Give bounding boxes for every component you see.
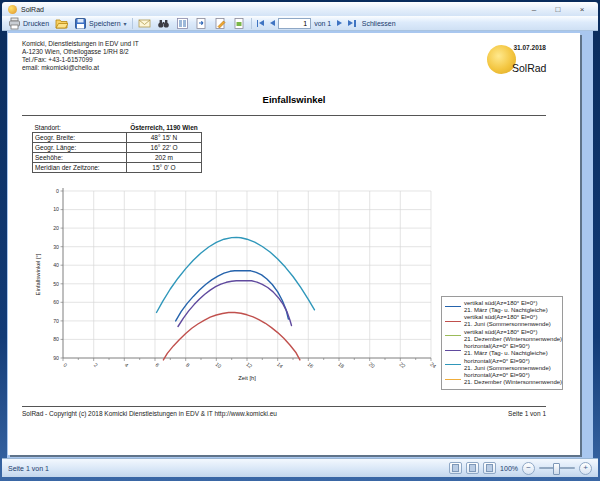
zoom-level: 100% <box>500 465 518 472</box>
report-footer: SolRad - Copyright (c) 2018 Komicki Dien… <box>22 410 546 417</box>
status-page-indicator: Seite 1 von 1 <box>8 465 49 472</box>
svg-text:18: 18 <box>337 361 345 369</box>
previous-page-icon <box>270 20 275 26</box>
minimize-button[interactable]: – <box>524 4 544 15</box>
company-line: email: mkomicki@chello.at <box>22 64 139 72</box>
save-icon <box>74 17 87 30</box>
email-button[interactable] <box>135 17 154 30</box>
view-whole-page-icon[interactable] <box>483 462 496 474</box>
open-button[interactable] <box>52 17 71 30</box>
legend-entry: vertikal süd(Az=180° El=0°)21. März (Tag… <box>445 300 559 314</box>
first-page-button[interactable] <box>254 18 268 29</box>
location-value: Österreich, 1190 Wien <box>127 123 202 133</box>
watermark-page-icon <box>233 17 246 30</box>
chart-legend: vertikal süd(Az=180° El=0°)21. März (Tag… <box>441 296 563 390</box>
title-bar: SolRad – □ × <box>2 2 598 16</box>
svg-text:20: 20 <box>368 361 376 369</box>
svg-text:12: 12 <box>245 361 253 369</box>
report-page: Komicki, Dienstleistungen in EDV und IT … <box>8 33 580 455</box>
zoom-out-button[interactable]: − <box>522 462 535 475</box>
report-title: Einfallswinkel <box>8 94 580 105</box>
print-button[interactable]: Drucken <box>5 17 52 30</box>
app-window: SolRad – □ × Drucken Speichern ▾ <box>0 0 600 481</box>
company-line: Komicki, Dienstleistungen in EDV und IT <box>22 40 139 48</box>
search-binoculars-icon <box>157 17 170 30</box>
legend-line-swatch <box>445 364 461 365</box>
search-button[interactable] <box>154 17 173 30</box>
view-facing-pages-icon[interactable] <box>449 462 462 474</box>
company-address-block: Komicki, Dienstleistungen in EDV und IT … <box>22 40 139 72</box>
page-of-label: von 1 <box>314 20 331 27</box>
svg-text:22: 22 <box>398 361 406 369</box>
view-page-width-icon[interactable] <box>466 462 479 474</box>
zoom-in-button[interactable]: + <box>579 462 592 475</box>
previous-page-button[interactable] <box>267 18 278 28</box>
close-preview-button[interactable]: Schliessen <box>359 17 399 30</box>
svg-text:10: 10 <box>53 206 59 212</box>
page-number-input[interactable] <box>278 18 311 29</box>
location-table: Standort: Österreich, 1190 Wien Geogr. B… <box>32 123 202 173</box>
footer-divider <box>22 406 546 407</box>
table-row: Meridian der Zeitzone: 15° 0' O <box>33 163 202 173</box>
customize-button[interactable] <box>173 17 192 30</box>
legend-entry: horizontal(Az=0° El=90°)21. März (Tag- u… <box>445 343 559 357</box>
svg-text:90: 90 <box>53 355 59 361</box>
zoom-slider[interactable] <box>539 467 575 469</box>
svg-text:Einfallswinkel [°]: Einfallswinkel [°] <box>35 253 41 295</box>
report-date: 31.07.2018 <box>513 44 546 51</box>
table-row: Geogr. Länge: 16° 22' O <box>33 143 202 153</box>
last-page-button[interactable] <box>345 18 359 29</box>
export-button[interactable] <box>192 17 211 30</box>
table-row: Seehöhe: 202 m <box>33 153 202 163</box>
svg-text:10: 10 <box>214 361 222 369</box>
table-row: Geogr. Breite: 48° 15' N <box>33 133 202 143</box>
svg-text:24: 24 <box>429 361 437 369</box>
legend-line-swatch <box>445 350 461 351</box>
maximize-button[interactable]: □ <box>548 4 568 15</box>
next-page-icon <box>337 20 342 26</box>
legend-line-swatch <box>445 306 461 307</box>
legend-entry: vertikal süd(Az=180° El=0°)21. Juni (Som… <box>445 314 559 328</box>
status-bar: Seite 1 von 1 100% − + <box>2 458 598 477</box>
svg-text:30: 30 <box>53 244 59 250</box>
svg-text:60: 60 <box>53 299 59 305</box>
svg-text:16: 16 <box>306 361 314 369</box>
print-label: Drucken <box>23 20 49 27</box>
save-button[interactable]: Speichern ▾ <box>71 17 130 30</box>
last-page-icon <box>348 20 353 26</box>
close-window-button[interactable]: × <box>572 4 592 15</box>
toolbar-separator <box>251 18 252 29</box>
open-folder-icon <box>55 17 68 30</box>
email-icon <box>138 17 151 30</box>
svg-text:0: 0 <box>56 188 59 194</box>
legend-line-swatch <box>445 379 461 380</box>
save-dropdown-icon[interactable]: ▾ <box>124 20 127 27</box>
table-row: Standort: Österreich, 1190 Wien <box>33 123 202 133</box>
company-line: Tel./Fax: +43-1-6157099 <box>22 56 139 64</box>
watermark-button[interactable] <box>230 17 249 30</box>
print-icon <box>8 17 21 30</box>
svg-text:8: 8 <box>185 362 191 369</box>
preview-area[interactable]: Komicki, Dienstleistungen in EDV und IT … <box>7 31 593 458</box>
svg-text:4: 4 <box>124 362 130 369</box>
svg-text:14: 14 <box>276 361 284 369</box>
svg-text:70: 70 <box>53 318 59 324</box>
svg-text:40: 40 <box>53 262 59 268</box>
svg-text:2: 2 <box>93 362 99 369</box>
legend-line-swatch <box>445 335 461 336</box>
svg-text:80: 80 <box>53 336 59 342</box>
first-page-icon <box>257 20 259 27</box>
edit-pencil-icon <box>214 17 227 30</box>
header-divider <box>22 115 546 116</box>
location-label: Standort: <box>33 123 127 133</box>
legend-entry: vertikal süd(Az=180° El=0°)21. Dezember … <box>445 329 559 343</box>
toolbar: Drucken Speichern ▾ <box>2 16 598 31</box>
export-page-icon <box>195 17 208 30</box>
next-page-button[interactable] <box>334 18 345 28</box>
toolbar-separator <box>132 18 133 29</box>
zoom-slider-thumb[interactable] <box>553 463 560 475</box>
footer-copyright: SolRad - Copyright (c) 2018 Komicki Dien… <box>22 410 277 417</box>
legend-line-swatch <box>445 321 461 322</box>
company-line: A-1230 Wien, Othellogasse 1/RH 8/2 <box>22 48 139 56</box>
edit-button[interactable] <box>211 17 230 30</box>
